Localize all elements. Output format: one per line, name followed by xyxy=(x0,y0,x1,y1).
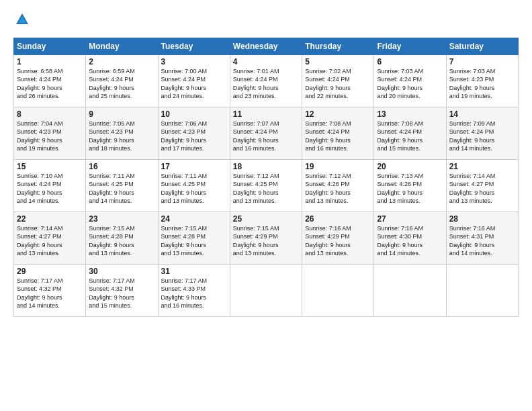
day-number: 24 xyxy=(161,214,227,224)
calendar-cell: 24Sunrise: 7:15 AM Sunset: 4:28 PM Dayli… xyxy=(158,212,230,264)
day-info: Sunrise: 7:17 AM Sunset: 4:33 PM Dayligh… xyxy=(161,277,227,310)
day-number: 31 xyxy=(161,267,227,276)
calendar-cell: 18Sunrise: 7:12 AM Sunset: 4:25 PM Dayli… xyxy=(230,159,302,212)
calendar-cell: 19Sunrise: 7:12 AM Sunset: 4:26 PM Dayli… xyxy=(302,159,374,212)
logo-icon xyxy=(15,12,30,27)
day-info: Sunrise: 7:13 AM Sunset: 4:26 PM Dayligh… xyxy=(377,172,443,205)
calendar-cell: 15Sunrise: 7:10 AM Sunset: 4:24 PM Dayli… xyxy=(14,159,86,212)
calendar-cell: 12Sunrise: 7:08 AM Sunset: 4:24 PM Dayli… xyxy=(302,107,374,159)
day-header: Saturday xyxy=(446,38,518,54)
day-number: 26 xyxy=(305,214,371,224)
day-info: Sunrise: 7:10 AM Sunset: 4:24 PM Dayligh… xyxy=(17,172,83,205)
day-info: Sunrise: 7:17 AM Sunset: 4:32 PM Dayligh… xyxy=(17,277,83,310)
day-number: 5 xyxy=(305,57,371,66)
calendar-cell: 28Sunrise: 7:16 AM Sunset: 4:31 PM Dayli… xyxy=(446,212,518,264)
day-info: Sunrise: 7:15 AM Sunset: 4:29 PM Dayligh… xyxy=(233,224,299,258)
calendar-cell: 26Sunrise: 7:16 AM Sunset: 4:29 PM Dayli… xyxy=(302,212,374,264)
calendar-cell: 25Sunrise: 7:15 AM Sunset: 4:29 PM Dayli… xyxy=(230,212,302,264)
day-number: 29 xyxy=(17,267,83,276)
day-info: Sunrise: 6:59 AM Sunset: 4:24 PM Dayligh… xyxy=(89,67,154,101)
day-header: Sunday xyxy=(14,38,86,54)
calendar-cell: 9Sunrise: 7:05 AM Sunset: 4:23 PM Daylig… xyxy=(86,107,158,159)
calendar-cell: 2Sunrise: 6:59 AM Sunset: 4:24 PM Daylig… xyxy=(86,54,158,107)
day-info: Sunrise: 7:16 AM Sunset: 4:29 PM Dayligh… xyxy=(305,224,371,258)
day-info: Sunrise: 6:58 AM Sunset: 4:24 PM Dayligh… xyxy=(17,67,83,101)
calendar-cell xyxy=(446,264,518,316)
calendar-cell: 27Sunrise: 7:16 AM Sunset: 4:30 PM Dayli… xyxy=(374,212,446,264)
day-number: 22 xyxy=(17,214,83,224)
day-number: 2 xyxy=(89,57,154,66)
day-info: Sunrise: 7:01 AM Sunset: 4:24 PM Dayligh… xyxy=(233,67,299,101)
day-number: 6 xyxy=(377,57,443,66)
day-number: 10 xyxy=(161,109,227,119)
day-number: 7 xyxy=(449,57,515,66)
day-number: 17 xyxy=(161,162,227,171)
day-number: 3 xyxy=(161,57,227,66)
day-number: 14 xyxy=(449,109,515,119)
day-number: 25 xyxy=(233,214,299,224)
day-info: Sunrise: 7:04 AM Sunset: 4:23 PM Dayligh… xyxy=(17,120,83,153)
calendar-cell: 16Sunrise: 7:11 AM Sunset: 4:25 PM Dayli… xyxy=(86,159,158,212)
day-info: Sunrise: 7:03 AM Sunset: 4:24 PM Dayligh… xyxy=(377,67,443,101)
calendar-page: SundayMondayTuesdayWednesdayThursdayFrid… xyxy=(0,0,532,324)
calendar-cell xyxy=(302,264,374,316)
day-info: Sunrise: 7:08 AM Sunset: 4:24 PM Dayligh… xyxy=(377,120,443,153)
calendar-cell: 6Sunrise: 7:03 AM Sunset: 4:24 PM Daylig… xyxy=(374,54,446,107)
day-info: Sunrise: 7:00 AM Sunset: 4:24 PM Dayligh… xyxy=(161,67,227,101)
day-number: 1 xyxy=(17,57,83,66)
day-info: Sunrise: 7:14 AM Sunset: 4:27 PM Dayligh… xyxy=(17,224,83,258)
day-info: Sunrise: 7:15 AM Sunset: 4:28 PM Dayligh… xyxy=(161,224,227,258)
day-number: 8 xyxy=(17,109,83,119)
day-number: 19 xyxy=(305,162,371,171)
calendar-cell: 7Sunrise: 7:03 AM Sunset: 4:23 PM Daylig… xyxy=(446,54,518,107)
day-info: Sunrise: 7:11 AM Sunset: 4:25 PM Dayligh… xyxy=(89,172,154,205)
day-info: Sunrise: 7:17 AM Sunset: 4:32 PM Dayligh… xyxy=(89,277,154,310)
day-number: 30 xyxy=(89,267,154,276)
calendar-cell: 3Sunrise: 7:00 AM Sunset: 4:24 PM Daylig… xyxy=(158,54,230,107)
calendar-cell: 5Sunrise: 7:02 AM Sunset: 4:24 PM Daylig… xyxy=(302,54,374,107)
day-info: Sunrise: 7:16 AM Sunset: 4:30 PM Dayligh… xyxy=(377,224,443,258)
day-number: 27 xyxy=(377,214,443,224)
day-number: 9 xyxy=(89,109,154,119)
calendar-cell: 10Sunrise: 7:06 AM Sunset: 4:23 PM Dayli… xyxy=(158,107,230,159)
day-info: Sunrise: 7:11 AM Sunset: 4:25 PM Dayligh… xyxy=(161,172,227,205)
day-number: 15 xyxy=(17,162,83,171)
day-header: Thursday xyxy=(302,38,374,54)
day-info: Sunrise: 7:12 AM Sunset: 4:26 PM Dayligh… xyxy=(305,172,371,205)
logo xyxy=(13,12,30,31)
header xyxy=(13,12,519,31)
day-header: Tuesday xyxy=(158,38,230,54)
calendar-cell: 8Sunrise: 7:04 AM Sunset: 4:23 PM Daylig… xyxy=(14,107,86,159)
day-number: 28 xyxy=(449,214,515,224)
calendar-cell: 31Sunrise: 7:17 AM Sunset: 4:33 PM Dayli… xyxy=(158,264,230,316)
calendar-cell: 30Sunrise: 7:17 AM Sunset: 4:32 PM Dayli… xyxy=(86,264,158,316)
day-info: Sunrise: 7:14 AM Sunset: 4:27 PM Dayligh… xyxy=(449,172,515,205)
day-info: Sunrise: 7:03 AM Sunset: 4:23 PM Dayligh… xyxy=(449,67,515,101)
calendar-table: SundayMondayTuesdayWednesdayThursdayFrid… xyxy=(13,38,519,317)
day-info: Sunrise: 7:09 AM Sunset: 4:24 PM Dayligh… xyxy=(449,120,515,153)
day-number: 4 xyxy=(233,57,299,66)
day-info: Sunrise: 7:06 AM Sunset: 4:23 PM Dayligh… xyxy=(161,120,227,153)
calendar-cell: 4Sunrise: 7:01 AM Sunset: 4:24 PM Daylig… xyxy=(230,54,302,107)
calendar-cell: 23Sunrise: 7:15 AM Sunset: 4:28 PM Dayli… xyxy=(86,212,158,264)
calendar-cell: 29Sunrise: 7:17 AM Sunset: 4:32 PM Dayli… xyxy=(14,264,86,316)
calendar-cell: 17Sunrise: 7:11 AM Sunset: 4:25 PM Dayli… xyxy=(158,159,230,212)
day-number: 23 xyxy=(89,214,154,224)
day-info: Sunrise: 7:05 AM Sunset: 4:23 PM Dayligh… xyxy=(89,120,154,153)
calendar-cell: 20Sunrise: 7:13 AM Sunset: 4:26 PM Dayli… xyxy=(374,159,446,212)
day-header: Wednesday xyxy=(230,38,302,54)
calendar-cell: 14Sunrise: 7:09 AM Sunset: 4:24 PM Dayli… xyxy=(446,107,518,159)
day-number: 11 xyxy=(233,109,299,119)
day-number: 12 xyxy=(305,109,371,119)
day-number: 21 xyxy=(449,162,515,171)
day-info: Sunrise: 7:16 AM Sunset: 4:31 PM Dayligh… xyxy=(449,224,515,258)
day-info: Sunrise: 7:12 AM Sunset: 4:25 PM Dayligh… xyxy=(233,172,299,205)
day-info: Sunrise: 7:07 AM Sunset: 4:24 PM Dayligh… xyxy=(233,120,299,153)
calendar-cell: 21Sunrise: 7:14 AM Sunset: 4:27 PM Dayli… xyxy=(446,159,518,212)
day-header: Friday xyxy=(374,38,446,54)
day-number: 18 xyxy=(233,162,299,171)
calendar-cell: 22Sunrise: 7:14 AM Sunset: 4:27 PM Dayli… xyxy=(14,212,86,264)
day-info: Sunrise: 7:15 AM Sunset: 4:28 PM Dayligh… xyxy=(89,224,154,258)
day-number: 16 xyxy=(89,162,154,171)
day-header: Monday xyxy=(86,38,158,54)
